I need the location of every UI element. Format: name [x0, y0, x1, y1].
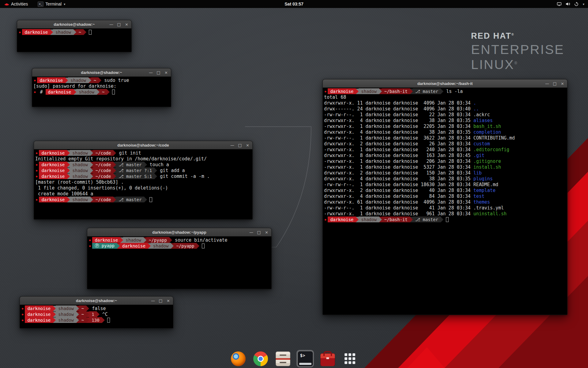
prompt-segment-user: darknoise: [25, 317, 53, 323]
maximize-button[interactable]: □: [553, 81, 557, 86]
terminal-line: ●darknoiseshadow~/code⎇ master touch a: [35, 162, 251, 167]
prompt-segment-host: shadow: [76, 89, 97, 95]
terminal-window: darknoise@shadow:~—□×●darknoiseshadow~ s…: [32, 68, 171, 107]
minimize-button[interactable]: —: [109, 22, 113, 27]
maximize-button[interactable]: □: [238, 143, 242, 148]
close-button[interactable]: ×: [265, 230, 269, 235]
prompt-segment-host: shadow: [68, 77, 89, 83]
prompt-segment-host: shadow: [70, 197, 90, 202]
ls-filename: .editorconfig: [473, 147, 509, 152]
maximize-button[interactable]: □: [257, 230, 261, 235]
prompt-segment-path: ~: [79, 305, 86, 311]
prompt-redhat-icon: ●: [34, 79, 36, 82]
minimize-button[interactable]: —: [545, 81, 549, 86]
terminal-window: darknoise@shadow:~—□×●darknoiseshadow~: [17, 20, 132, 52]
powerline-arrow-icon: [113, 168, 116, 173]
terminal-text: Initialized empty Git repository in /hom…: [35, 156, 207, 162]
terminal-content[interactable]: ●darknoiseshadow~: [17, 29, 131, 52]
terminal-line: drwxrwxr-x. 2 darknoise darknoise 26 Jan…: [324, 141, 566, 147]
titlebar[interactable]: darknoise@shadow:~—□×: [17, 20, 131, 29]
titlebar[interactable]: darknoise@shadow:~/bash-it—□×: [323, 79, 567, 88]
terminal-text: source bin/activate: [172, 237, 228, 243]
prompt-segment-host: shadow: [70, 167, 90, 173]
rhel-logo-line2: ENTERPRISE: [471, 43, 564, 56]
terminal-line: drwxrwxr-x. 4 darknoise darknoise 38 Jan…: [324, 176, 566, 182]
close-button[interactable]: ×: [560, 81, 564, 86]
titlebar[interactable]: darknoise@shadow:~/pyapp—□×: [87, 228, 271, 236]
minimize-button[interactable]: —: [249, 230, 253, 235]
close-button[interactable]: ×: [164, 70, 168, 75]
powerline-arrow-icon: [171, 243, 174, 249]
close-button[interactable]: ×: [166, 298, 170, 303]
ls-filename: install.sh: [473, 164, 501, 170]
top-bar: Activities >_ Terminal ▾ Sat 03:57: [0, 0, 588, 8]
dock-item-files[interactable]: [274, 350, 292, 367]
powerline-arrow-icon: [99, 78, 101, 83]
ls-filename: CONTRIBUTING.md: [473, 135, 515, 141]
terminal-text: sudo true: [101, 78, 129, 83]
terminal-text: touch a: [147, 162, 169, 167]
powerline-arrow-icon: [169, 237, 172, 243]
dock-item-chrome[interactable]: [252, 350, 269, 367]
terminal-content[interactable]: ●darknoiseshadow~ false●darknoiseshadow~…: [20, 305, 173, 328]
dock-item-show-apps[interactable]: [341, 350, 359, 367]
dock-item-firefox[interactable]: [229, 350, 247, 367]
app-menu-terminal[interactable]: >_ Terminal ▾: [36, 0, 67, 8]
powerline-arrow-icon: [74, 29, 76, 35]
clock[interactable]: Sat 03:57: [285, 0, 303, 8]
powerline-arrow-icon: [113, 150, 116, 156]
powerline-arrow-icon: [67, 150, 70, 156]
minimize-button[interactable]: —: [151, 298, 155, 303]
terminal-line: ●darknoiseshadow~/bash-it⎇ master: [324, 217, 566, 222]
ls-meta: -rwxrwxr-x. 1 darknoise darknoise 961 Ja…: [324, 211, 473, 217]
prompt-segment-path: ~: [91, 77, 99, 83]
activities-button[interactable]: Activities: [2, 0, 30, 8]
prompt-redhat-icon: ●: [36, 151, 37, 155]
terminal-line: ●darknoiseshadow~1 ^C: [21, 311, 172, 317]
powerline-arrow-icon: [197, 243, 199, 249]
terminal-line: [sudo] password for darknoise:: [33, 83, 170, 89]
terminal-content[interactable]: ●darknoiseshadow~/bash-it⎇ master ls -la…: [323, 88, 567, 315]
prompt-segment-user: darknoise: [39, 173, 67, 179]
powerline-arrow-icon: [90, 197, 93, 202]
powerline-arrow-icon: [113, 174, 116, 179]
dock-item-terminal[interactable]: [296, 350, 314, 367]
dock-item-toolbox[interactable]: [319, 350, 336, 367]
titlebar[interactable]: darknoise@shadow:~/code—□×: [34, 141, 252, 149]
prompt-redhat-icon: ●: [22, 319, 23, 322]
prompt-segment-path: ~: [100, 89, 107, 95]
system-status-area[interactable]: ▾: [555, 0, 586, 8]
terminal-line: ●darknoiseshadow~/code⎇ master: [35, 197, 251, 202]
titlebar[interactable]: darknoise@shadow:~—□×: [32, 68, 171, 77]
maximize-button[interactable]: □: [156, 70, 160, 75]
minimize-button[interactable]: —: [230, 143, 234, 148]
terminal-app-icon: >_: [38, 2, 43, 7]
ls-filename: bash_it.sh: [473, 124, 501, 129]
maximize-button[interactable]: □: [117, 22, 121, 27]
close-button[interactable]: ×: [246, 143, 250, 148]
terminal-content[interactable]: ●darknoiseshadow~/code git initInitializ…: [34, 149, 252, 219]
powerline-arrow-icon: [90, 168, 93, 173]
prompt-segment-git: ⎇ master: [413, 88, 441, 94]
powerline-arrow-icon: [117, 243, 120, 249]
minimize-button[interactable]: —: [149, 70, 153, 75]
maximize-button[interactable]: □: [159, 298, 163, 303]
terminal-content[interactable]: ●darknoiseshadow~ sudo true[sudo] passwo…: [32, 77, 171, 107]
prompt-redhat-icon: ●: [19, 31, 21, 34]
window-buttons: —□×: [109, 20, 129, 28]
prompt-segment-user: darknoise: [39, 167, 67, 173]
terminal-line: drwxrwxr-x. 8 darknoise darknoise 163 Ja…: [324, 152, 566, 158]
titlebar[interactable]: darknoise@shadow:~—□×: [20, 297, 173, 305]
close-button[interactable]: ×: [125, 22, 129, 27]
ls-meta: -rwxrwxr-x. 1 darknoise darknoise 240 Ja…: [324, 147, 473, 152]
ls-meta: drwxrwxr-x. 4 darknoise darknoise 38 Jan…: [324, 118, 473, 123]
terminal-content[interactable]: ●darknoiseshadow~/pyapp source bin/activ…: [87, 236, 271, 289]
app-menu-label: Terminal: [45, 2, 62, 6]
firefox-icon: [231, 351, 246, 366]
powerline-arrow-icon: [90, 174, 93, 179]
dock: [229, 350, 359, 367]
ls-meta: drwx------. 24 darknoise darknoise 4096 …: [324, 106, 473, 112]
prompt-redhat-icon: ●: [36, 163, 37, 166]
ls-meta: drwxrwxr-x. 8 darknoise darknoise 163 Ja…: [324, 153, 473, 158]
prompt-segment-host: shadow: [56, 305, 76, 311]
